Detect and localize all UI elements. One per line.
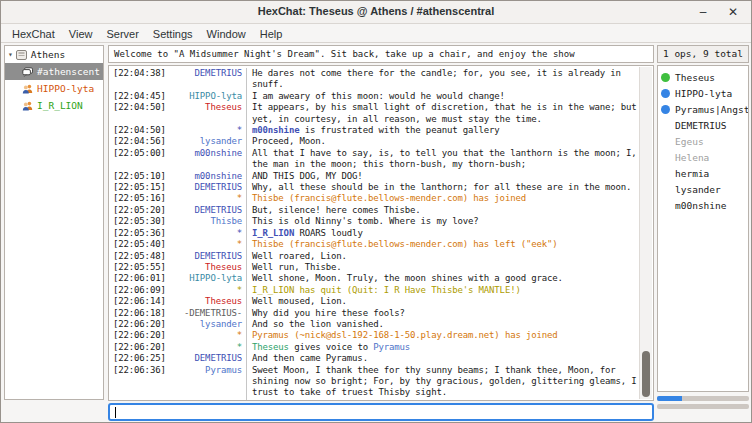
tree-item-channel[interactable]: #athenscent [5,63,103,80]
tree-item-label: HIPPO-lyta [37,83,94,94]
no-badge-spacer [661,137,670,146]
timestamp: [22:05:55] [110,262,166,273]
op-badge-icon [661,73,670,82]
user-list-item[interactable]: Helena [658,149,748,165]
user-list-item[interactable]: Pyramus|Angsty [658,101,748,117]
chat-nick: * [166,399,246,401]
userlist-header: 1 ops, 9 total [657,45,749,63]
timestamp: [22:05:36] [110,228,166,239]
chat-message-row: [22:06:20]lysanderAnd so the lion vanish… [110,319,639,330]
minimize-button[interactable]: – [693,3,713,21]
timestamp: [22:04:45] [110,91,166,102]
user-nick: hermia [675,168,709,179]
timestamp: [22:06:25] [110,353,166,364]
chat-nick: Thisbe [166,216,246,227]
user-nick: Pyramus|Angsty [675,104,749,115]
user-nick: Egeus [675,136,704,147]
chat-message-row: [22:05:36]*I_R_LION ROARS loudly [110,228,639,239]
user-list-item[interactable]: DEMETRIUS [658,117,748,133]
chat-message-text: It appears, by his small light of discre… [246,102,639,125]
chat-nick: * [166,125,246,136]
user-nick: HIPPO-lyta [675,88,732,99]
chat-message-text: Why, all these should be in the lanthorn… [246,182,639,193]
voice-badge-icon [661,105,670,114]
chat-message-text: This is old Ninny's tomb. Where is my lo… [246,216,639,227]
chat-scrollbar-thumb[interactable] [642,351,650,397]
chat-message-text: Thisbe (francis@flute.bellows-mender.com… [246,239,639,250]
user-list-item[interactable]: Theseus [658,69,748,85]
user-list-item[interactable]: hermia [658,165,748,181]
chat-message-text: Sweet Moon, I thank thee for thy sunny b… [246,365,639,399]
chat-message-row: [22:05:15]DEMETRIUSWhy, all these should… [110,182,639,193]
chat-nick: m00nshine [166,171,246,182]
server-icon [16,50,27,60]
menu-item-hexchat[interactable]: HexChat [5,28,62,40]
menu-item-help[interactable]: Help [253,28,290,40]
close-button[interactable]: ✕ [723,3,743,21]
user-nick: Theseus [675,72,715,83]
menu-bar: HexChatViewServerSettingsWindowHelp [1,25,751,43]
chat-message-row: [22:06:01]HIPPO-lytaWell shone, Moon. Tr… [110,273,639,284]
menu-item-view[interactable]: View [62,28,100,40]
chat-message-row: [22:05:40]*Thisbe (francis@flute.bellows… [110,239,639,250]
chat-message-text: He dares not come there for the candle; … [246,68,639,91]
menu-item-settings[interactable]: Settings [146,28,200,40]
timestamp: [22:05:16] [110,193,166,204]
timestamp: [22:04:50] [110,102,166,125]
chat-nick: lysander [166,136,246,147]
user-list-item[interactable]: Egeus [658,133,748,149]
chat-message-row: [22:06:36]PyramusSweet Moon, I thank the… [110,365,639,399]
topic-input[interactable]: Welcome to "A Midsummer Night's Dream". … [108,45,654,63]
chat-message-row: [22:04:50]TheseusIt appears, by his smal… [110,102,639,125]
expander-icon[interactable]: ▾ [8,50,13,59]
menu-item-server[interactable]: Server [99,28,145,40]
chat-message-text: I_R_LION ROARS loudly [246,228,639,239]
lag-meter [657,396,749,401]
chat-message-row: [22:05:20]DEMETRIUSBut, silence! here co… [110,205,639,216]
user-nick: DEMETRIUS [675,120,726,131]
timestamp: [22:05:30] [110,216,166,227]
timestamp: [22:06:20] [110,330,166,341]
chat-message-row: [22:06:20]*Theseus gives voice to Pyramu… [110,342,639,353]
chat-scrollbar[interactable] [639,67,652,399]
timestamp: [22:06:18] [110,308,166,319]
chat-message-text: Well run, Thisbe. [246,262,639,273]
chat-message-text: But, silence! here comes Thisbe. [246,205,639,216]
tree-server-label: Athens [31,49,65,60]
chat-nick: DEMETRIUS [166,251,246,262]
chat-message-text: Well shone, Moon. Truly, the moon shines… [246,273,639,284]
chat-nick: Pyramus [166,365,246,399]
chat-nick: HIPPO-lyta [166,273,246,284]
user-list-item[interactable]: m00nshine [658,197,748,213]
timestamp: [22:05:20] [110,205,166,216]
chat-message-text: Pyramus is now known as Pyramus|Angsty [246,399,639,401]
timestamp: [22:05:00] [110,148,166,171]
no-badge-spacer [661,121,670,130]
chat-message-row: [22:04:45]HIPPO-lytaI am aweary of this … [110,91,639,102]
tree-item-server[interactable]: ▾ Athens [5,46,103,63]
timestamp: [22:04:50] [110,125,166,136]
chat-nick: Theseus [166,102,246,125]
chat-message-text: Pyramus (~nick@dsl-192-168-1-50.play.dre… [246,330,639,341]
user-list-item[interactable]: lysander [658,181,748,197]
chat-message-text: m00nshine is frustrated with the peanut … [246,125,639,136]
chat-message-text: Theseus gives voice to Pyramus [246,342,639,353]
tree-item-hippo-lyta[interactable]: HIPPO-lyta [5,80,103,97]
timestamp: [22:06:20] [110,342,166,353]
message-input[interactable] [108,403,654,421]
chat-nick: * [166,193,246,204]
user-list-item[interactable]: HIPPO-lyta [658,85,748,101]
no-badge-spacer [661,185,670,194]
hexchat-window: HexChat: Theseus @ Athens / #athenscentr… [0,0,752,423]
chat-message-row: [22:06:14]TheseusWell moused, Lion. [110,296,639,307]
chat-message-row: [22:05:48]DEMETRIUSWell roared, Lion. [110,251,639,262]
chat-message-text: Proceed, Moon. [246,136,639,147]
chat-area: [22:04:38]DEMETRIUSHe dares not come the… [108,65,654,401]
timestamp: [22:04:38] [110,68,166,91]
tree-item-i_r_lion[interactable]: I_R_LION [5,97,103,114]
timestamp: [22:05:40] [110,239,166,250]
chat-message-row: [22:06:09]*I_R_LION has quit (Quit: I R … [110,285,639,296]
menu-item-window[interactable]: Window [200,28,253,40]
chat-message-text: Well roared, Lion. [246,251,639,262]
timestamp: [22:06:36] [110,365,166,399]
